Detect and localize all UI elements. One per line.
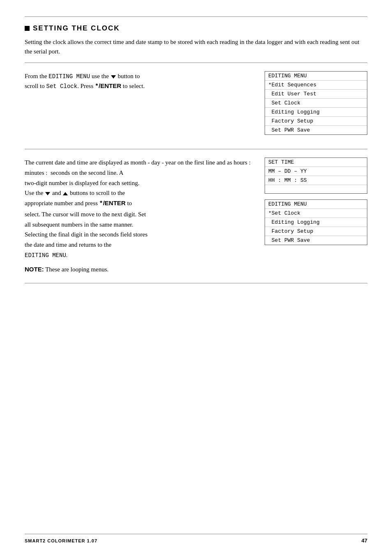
- section1-left: From the EDITING MENU use the button tos…: [25, 71, 265, 92]
- lcd-item-edit-user: Edit User Test: [265, 90, 367, 99]
- editing-menu-ref-2: EDITING MENU: [25, 252, 66, 259]
- star-symbol-2: *: [99, 200, 103, 207]
- section2-note: NOTE: These are looping menus.: [25, 264, 252, 275]
- footer-page-number: 47: [362, 537, 367, 544]
- section1-text-use: use the: [90, 73, 111, 79]
- section-heading: SETTING THE CLOCK: [25, 24, 367, 32]
- down-arrow-icon-2: [45, 192, 50, 195]
- section2-right: SET TIME MM – DD – YY HH : MM : SS EDITI…: [265, 158, 367, 251]
- section1-row: From the EDITING MENU use the button tos…: [25, 63, 367, 149]
- lcd-item-factory-setup-2: Factory Setup: [265, 227, 367, 236]
- lcd-item-edit-logging: Editing Logging: [265, 108, 367, 117]
- section1-text-press: . Press: [77, 83, 95, 89]
- section2-left: The current date and time are displayed …: [25, 158, 265, 275]
- top-divider: [25, 16, 367, 17]
- note-label: NOTE:: [25, 266, 44, 273]
- section1-text-prefix: From the: [25, 73, 48, 79]
- lcd-set-time-title: SET TIME: [265, 158, 367, 167]
- lcd-empty-row: [265, 185, 367, 193]
- lcd-item-set-clock-2: *Set Clock: [265, 209, 367, 218]
- section-title: SETTING THE CLOCK: [33, 24, 120, 32]
- up-arrow-icon: [63, 192, 68, 195]
- page-footer: SMART2 COLORIMETER 1.07 47: [25, 534, 367, 544]
- editing-menu-box-2: EDITING MENU *Set Clock Editing Logging …: [265, 199, 367, 245]
- lcd-item-set-pwr: Set PWR Save: [265, 126, 367, 134]
- down-arrow-icon: [111, 75, 116, 79]
- page: SETTING THE CLOCK Setting the clock allo…: [0, 0, 392, 556]
- lcd-item-edit-logging-2: Editing Logging: [265, 218, 367, 227]
- lcd-item-edit-seq: *Edit Sequences: [265, 81, 367, 90]
- set-clock-ref: Set Clock: [46, 83, 78, 90]
- heading-block-icon: [25, 26, 30, 31]
- editing-menu-box-1: EDITING MENU *Edit Sequences Edit User T…: [265, 71, 367, 135]
- lcd-time-format: HH : MM : SS: [265, 176, 367, 185]
- enter-label: /ENTER: [99, 82, 121, 89]
- section2-row: The current date and time are displayed …: [25, 149, 367, 283]
- section2-para: The current date and time are displayed …: [25, 158, 252, 260]
- editing-menu-ref-1: EDITING MENU: [48, 73, 90, 80]
- lcd-date-format: MM – DD – YY: [265, 167, 367, 176]
- lcd-item-factory-setup: Factory Setup: [265, 117, 367, 126]
- lcd-item-set-clock: Set Clock: [265, 99, 367, 108]
- footer-product-name: SMART2 COLORIMETER 1.07: [25, 538, 97, 543]
- note-text: These are looping menus.: [45, 266, 108, 273]
- intro-paragraph: Setting the clock allows the correct tim…: [25, 37, 367, 56]
- lcd-title-2: EDITING MENU: [265, 200, 367, 209]
- lcd-title-1: EDITING MENU: [265, 72, 367, 81]
- section1-text-select: to select.: [121, 83, 145, 89]
- lcd-item-set-pwr-2: Set PWR Save: [265, 236, 367, 245]
- enter-label-2: /ENTER: [103, 199, 126, 206]
- star-symbol: *: [95, 83, 99, 90]
- set-time-box: SET TIME MM – DD – YY HH : MM : SS: [265, 158, 367, 194]
- section1-right: EDITING MENU *Edit Sequences Edit User T…: [265, 71, 367, 141]
